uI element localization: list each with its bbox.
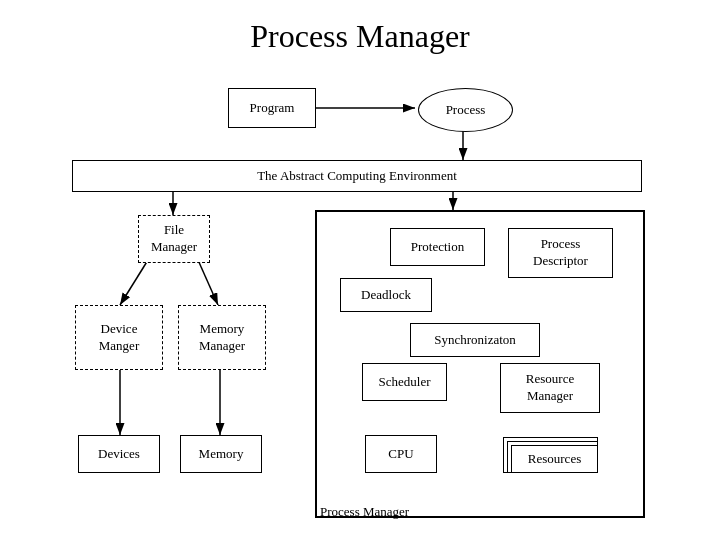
file-manager-box: File Manager — [138, 215, 210, 263]
memory-manager-box: Memory Manager — [178, 305, 266, 370]
protection-box: Protection — [390, 228, 485, 266]
deadlock-box: Deadlock — [340, 278, 432, 312]
process-descriptor-box: Process Descriptor — [508, 228, 613, 278]
program-box: Program — [228, 88, 316, 128]
process-ellipse: Process — [418, 88, 513, 132]
svg-line-5 — [120, 260, 148, 305]
diagram-container: Process Manager — [0, 0, 720, 540]
memory-box: Memory — [180, 435, 262, 473]
page-title: Process Manager — [0, 18, 720, 55]
process-manager-label: Process Manager — [320, 504, 409, 520]
scheduler-box: Scheduler — [362, 363, 447, 401]
abstract-env-box: The Abstract Computing Environment — [72, 160, 642, 192]
device-manager-box: Device Manger — [75, 305, 163, 370]
synchronization-box: Synchronizaton — [410, 323, 540, 357]
cpu-box: CPU — [365, 435, 437, 473]
svg-line-6 — [198, 260, 218, 305]
devices-box: Devices — [78, 435, 160, 473]
resources-label: Resources — [511, 445, 598, 473]
resource-manager-box: Resource Manager — [500, 363, 600, 413]
